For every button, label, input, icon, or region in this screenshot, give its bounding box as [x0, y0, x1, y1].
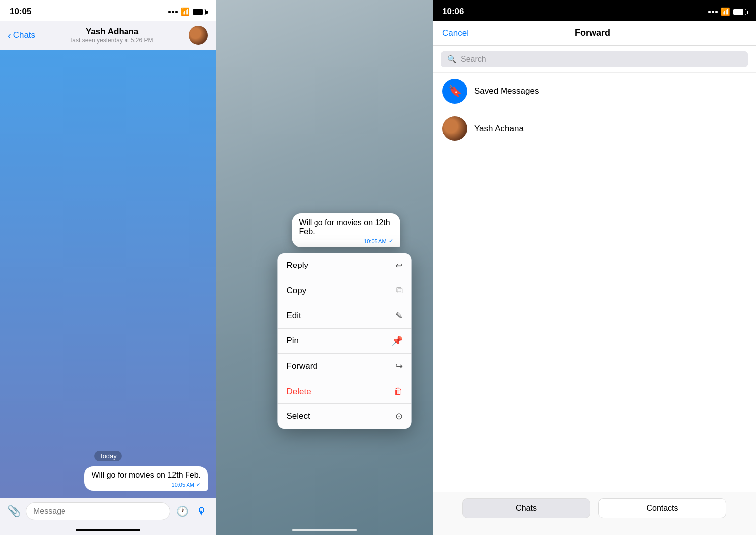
context-forward[interactable]: Forward ↪	[278, 354, 412, 379]
context-message-time: 10:05 AM	[364, 238, 386, 244]
context-edit-label: Edit	[287, 311, 301, 321]
contact-name: Yash Adhana	[86, 27, 138, 37]
copy-icon: ⧉	[396, 285, 403, 296]
battery-icon	[193, 9, 206, 15]
status-time-3: 10:06	[442, 7, 464, 17]
avatar[interactable]	[189, 26, 208, 45]
search-container: 🔍 Search	[433, 46, 756, 73]
context-select[interactable]: Select ⊙	[278, 404, 412, 429]
context-message-meta: 10:05 AM ✓	[299, 238, 393, 244]
status-icons: 📶	[168, 7, 206, 16]
context-forward-label: Forward	[287, 361, 317, 371]
signal-icon-3	[708, 11, 718, 13]
nav-center: Yash Adhana last seen yesterday at 5:26 …	[71, 27, 153, 44]
search-bar[interactable]: 🔍 Search	[441, 51, 748, 67]
forward-nav: Cancel Forward	[433, 21, 756, 46]
tab-chats[interactable]: Chats	[462, 498, 590, 518]
wifi-icon-3: 📶	[721, 7, 730, 16]
nav-bar: ‹ Chats Yash Adhana last seen yesterday …	[0, 21, 216, 50]
forward-icon: ↪	[395, 361, 403, 372]
date-badge: Today	[94, 451, 122, 461]
delete-icon: 🗑	[394, 386, 403, 397]
message-time: 10:05 AM	[172, 482, 194, 488]
chat-body: Today Will go for movies on 12th Feb. 10…	[0, 50, 216, 498]
status-bar-3: 10:06 📶	[433, 0, 756, 21]
reply-icon: ↩	[395, 260, 403, 271]
home-indicator	[76, 529, 140, 531]
context-message-text: Will go for movies on 12th Feb.	[299, 218, 390, 236]
home-indicator-2	[292, 529, 357, 531]
context-panel: Will go for movies on 12th Feb. 10:05 AM…	[216, 0, 433, 535]
battery-icon-3	[733, 9, 746, 15]
context-pin-label: Pin	[287, 336, 299, 346]
back-button[interactable]: ‹ Chats	[8, 30, 35, 40]
status-icons-3: 📶	[708, 7, 746, 16]
signal-icon	[168, 11, 178, 13]
context-pin[interactable]: Pin 📌	[278, 329, 412, 354]
message-text: Will go for movies on 12th Feb.	[91, 471, 201, 479]
tab-contacts[interactable]: Contacts	[598, 498, 726, 518]
forward-title: Forward	[575, 28, 610, 38]
saved-messages-avatar: 🔖	[442, 79, 467, 104]
context-delete[interactable]: Delete 🗑	[278, 379, 412, 404]
edit-icon: ✎	[395, 310, 403, 321]
context-select-label: Select	[287, 411, 310, 421]
context-reply[interactable]: Reply ↩	[278, 253, 412, 278]
context-edit[interactable]: Edit ✎	[278, 303, 412, 329]
search-icon: 🔍	[447, 55, 457, 64]
bottom-tabs: Chats Contacts	[433, 492, 756, 535]
forward-list: 🔖 Saved Messages Yash Adhana	[433, 73, 756, 492]
bookmark-icon: 🔖	[448, 85, 462, 98]
context-copy[interactable]: Copy ⧉	[278, 278, 412, 303]
emoji-button[interactable]: 🕐	[174, 503, 190, 519]
yash-avatar	[442, 116, 467, 141]
status-time: 10:05	[10, 7, 31, 17]
message-meta: 10:05 AM ✓	[91, 481, 201, 488]
forward-item-saved[interactable]: 🔖 Saved Messages	[433, 73, 756, 110]
forward-item-yash[interactable]: Yash Adhana	[433, 110, 756, 147]
yash-name: Yash Adhana	[474, 124, 524, 134]
context-delete-label: Delete	[287, 387, 311, 397]
cancel-button[interactable]: Cancel	[442, 28, 469, 38]
chevron-left-icon: ‹	[8, 30, 11, 40]
message-input[interactable]	[26, 502, 170, 520]
select-icon: ⊙	[395, 411, 403, 422]
search-placeholder: Search	[461, 55, 486, 64]
saved-messages-name: Saved Messages	[474, 86, 539, 96]
back-label: Chats	[13, 30, 35, 40]
status-bar: 10:05 📶	[0, 0, 216, 21]
forward-panel: 10:06 📶 Cancel Forward 🔍 Search	[433, 0, 756, 535]
pin-icon: 📌	[392, 335, 403, 346]
read-receipt-icon: ✓	[196, 481, 201, 488]
context-read-receipt-icon: ✓	[389, 238, 393, 244]
context-message-bubble: Will go for movies on 12th Feb. 10:05 AM…	[292, 213, 400, 247]
chat-panel: 10:05 📶 ‹ Chats Yash Adhana last seen ye…	[0, 0, 216, 535]
context-copy-label: Copy	[287, 286, 307, 296]
context-menu: Reply ↩ Copy ⧉ Edit ✎ Pin 📌 Forward ↪ De…	[278, 253, 412, 429]
voice-button[interactable]: 🎙	[194, 503, 210, 519]
wifi-icon: 📶	[181, 7, 190, 16]
context-reply-label: Reply	[287, 261, 308, 270]
contact-status: last seen yesterday at 5:26 PM	[71, 37, 153, 44]
attach-button[interactable]: 📎	[6, 503, 22, 519]
message-bubble[interactable]: Will go for movies on 12th Feb. 10:05 AM…	[84, 466, 208, 491]
